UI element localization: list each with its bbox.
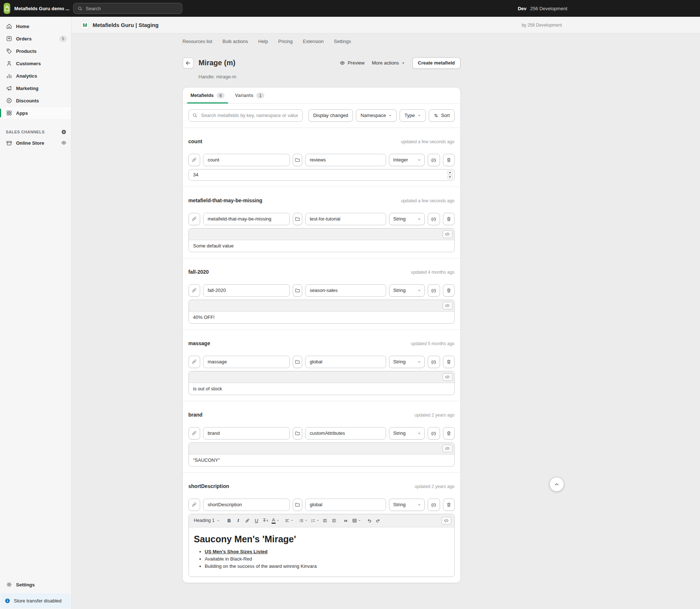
folder-button[interactable] bbox=[293, 154, 302, 166]
stepper-down-button[interactable] bbox=[447, 175, 453, 179]
edit-as-json-button[interactable]: {/} bbox=[428, 284, 440, 297]
edit-as-json-button[interactable]: {/} bbox=[428, 154, 440, 166]
richtext-content[interactable]: Saucony Men's 'Mirage' US Men's Shoe Siz… bbox=[189, 527, 454, 577]
italic-button[interactable]: I bbox=[234, 516, 243, 525]
display-changed-button[interactable]: Display changed bbox=[308, 109, 353, 122]
numbered-list-button[interactable]: 12 bbox=[309, 516, 320, 525]
sidebar-item-orders[interactable]: Orders 5 bbox=[0, 33, 71, 44]
text-color-button[interactable]: A bbox=[271, 516, 280, 525]
global-search-field[interactable]: Search bbox=[73, 3, 182, 14]
folder-button[interactable] bbox=[293, 499, 302, 511]
number-value-input[interactable] bbox=[188, 169, 455, 181]
stepper-up-button[interactable] bbox=[447, 171, 453, 175]
type-select[interactable]: String bbox=[389, 499, 425, 511]
type-select[interactable]: String bbox=[389, 213, 425, 225]
link-reference-button[interactable] bbox=[188, 427, 200, 440]
code-view-button[interactable] bbox=[443, 445, 452, 452]
bullet-list-button[interactable] bbox=[298, 516, 309, 525]
tab-metafields[interactable]: Metafields 6 bbox=[186, 87, 230, 103]
metafields-search-input[interactable] bbox=[188, 109, 303, 122]
delete-metafield-button[interactable] bbox=[443, 154, 455, 166]
view-online-store-button[interactable] bbox=[61, 140, 67, 146]
scroll-to-top-button[interactable] bbox=[550, 477, 564, 491]
link-reference-button[interactable] bbox=[188, 213, 200, 225]
app-nav-link[interactable]: Resources list bbox=[179, 38, 216, 45]
shopify-logo[interactable] bbox=[4, 3, 10, 14]
redo-button[interactable] bbox=[374, 516, 383, 525]
delete-metafield-button[interactable] bbox=[443, 499, 455, 511]
string-value[interactable]: 40% OFF! bbox=[189, 312, 454, 323]
key-input[interactable] bbox=[203, 427, 290, 440]
app-nav-link[interactable]: Extension bbox=[300, 38, 327, 45]
sort-button[interactable]: Sort bbox=[429, 109, 455, 122]
key-input[interactable] bbox=[203, 154, 290, 166]
namespace-input[interactable] bbox=[305, 427, 386, 440]
sidebar-item-online-store[interactable]: Online Store bbox=[0, 137, 71, 149]
align-button[interactable] bbox=[283, 516, 295, 525]
link-reference-button[interactable] bbox=[188, 284, 200, 297]
folder-button[interactable] bbox=[293, 284, 302, 297]
namespace-input[interactable] bbox=[305, 284, 386, 297]
string-value[interactable]: Some default value bbox=[189, 240, 454, 252]
sidebar-item-marketing[interactable]: Marketing bbox=[0, 82, 71, 94]
code-view-button[interactable] bbox=[443, 373, 452, 381]
sidebar-item-apps[interactable]: Apps bbox=[0, 107, 71, 119]
environment-switcher[interactable]: Dev 256 Development bbox=[518, 0, 567, 17]
delete-metafield-button[interactable] bbox=[443, 427, 455, 440]
code-view-button[interactable] bbox=[442, 517, 451, 524]
delete-metafield-button[interactable] bbox=[443, 213, 455, 225]
code-view-button[interactable] bbox=[443, 302, 452, 309]
type-filter-button[interactable]: Type bbox=[400, 109, 425, 122]
table-button[interactable] bbox=[351, 516, 362, 525]
app-nav-link[interactable]: Help bbox=[255, 38, 271, 45]
more-actions-button[interactable]: More actions bbox=[372, 60, 405, 66]
type-select[interactable]: String bbox=[389, 356, 425, 368]
sidebar-item-settings[interactable]: Settings bbox=[0, 579, 71, 590]
create-metafield-button[interactable]: Create metafield bbox=[412, 57, 460, 69]
link-reference-button[interactable] bbox=[188, 499, 200, 511]
key-input[interactable] bbox=[203, 284, 290, 297]
key-input[interactable] bbox=[203, 499, 290, 511]
sidebar-item-customers[interactable]: Customers bbox=[0, 58, 71, 69]
folder-button[interactable] bbox=[293, 213, 302, 225]
namespace-input[interactable] bbox=[305, 213, 386, 225]
type-select[interactable]: String bbox=[389, 284, 425, 297]
folder-button[interactable] bbox=[293, 356, 302, 368]
underline-button[interactable]: U bbox=[252, 516, 261, 525]
sidebar-item-analytics[interactable]: Analytics bbox=[0, 70, 71, 82]
namespace-filter-button[interactable]: Namespace bbox=[356, 109, 397, 122]
key-input[interactable] bbox=[203, 213, 290, 225]
sidebar-item-products[interactable]: Products bbox=[0, 45, 71, 57]
string-value[interactable]: "SAUCONY" bbox=[189, 454, 454, 466]
namespace-input[interactable] bbox=[305, 499, 386, 511]
bold-button[interactable]: B bbox=[225, 516, 234, 525]
string-value[interactable]: is out of stock bbox=[189, 383, 454, 395]
delete-metafield-button[interactable] bbox=[443, 284, 455, 297]
edit-as-json-button[interactable]: {/} bbox=[428, 356, 440, 368]
type-select[interactable]: String bbox=[389, 427, 425, 440]
app-nav-link[interactable]: Bulk actions bbox=[219, 38, 251, 45]
edit-as-json-button[interactable]: {/} bbox=[428, 499, 440, 511]
clear-formatting-button[interactable]: Tx bbox=[261, 516, 270, 525]
insert-link-button[interactable] bbox=[243, 516, 252, 525]
indent-button[interactable] bbox=[330, 516, 339, 525]
key-input[interactable] bbox=[203, 356, 290, 368]
app-nav-link[interactable]: Settings bbox=[331, 38, 354, 45]
delete-metafield-button[interactable] bbox=[443, 356, 455, 368]
folder-button[interactable] bbox=[293, 427, 302, 440]
undo-button[interactable] bbox=[365, 516, 374, 525]
heading-select[interactable]: Heading 1 bbox=[192, 516, 222, 525]
back-button[interactable] bbox=[183, 58, 194, 69]
type-select[interactable]: Integer bbox=[389, 154, 425, 166]
code-view-button[interactable] bbox=[443, 230, 452, 238]
outdent-button[interactable] bbox=[321, 516, 330, 525]
namespace-input[interactable] bbox=[305, 154, 386, 166]
link-reference-button[interactable] bbox=[188, 356, 200, 368]
edit-as-json-button[interactable]: {/} bbox=[428, 213, 440, 225]
add-sales-channel-button[interactable] bbox=[61, 129, 67, 135]
preview-button[interactable]: Preview bbox=[339, 60, 365, 66]
tab-variants[interactable]: Variants 1 bbox=[230, 87, 269, 103]
app-nav-link[interactable]: Pricing bbox=[275, 38, 296, 45]
sidebar-item-home[interactable]: Home bbox=[0, 20, 71, 32]
edit-as-json-button[interactable]: {/} bbox=[428, 427, 440, 440]
